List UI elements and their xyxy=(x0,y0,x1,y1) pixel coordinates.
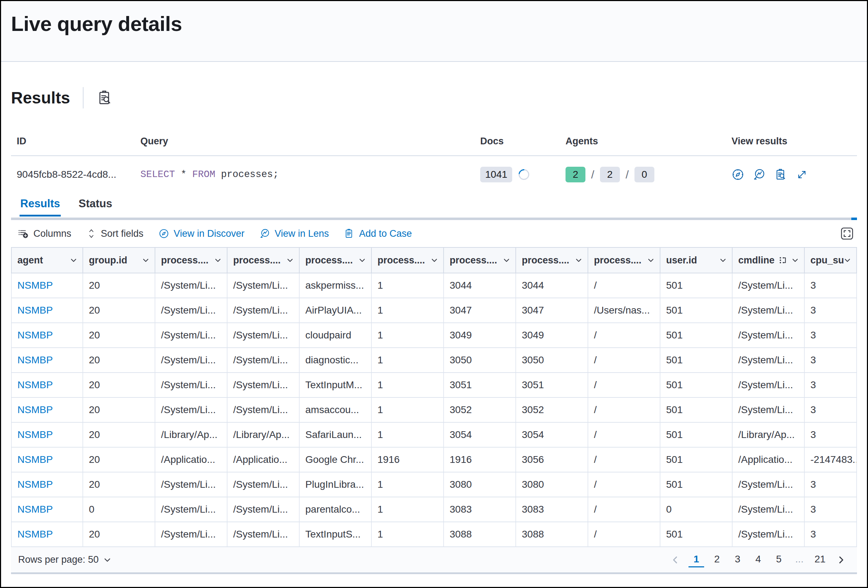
grid-cell[interactable]: 0 xyxy=(83,497,155,522)
agent-link-cell[interactable]: NSMBP xyxy=(11,373,83,397)
grid-cell[interactable]: / xyxy=(588,373,660,397)
grid-cell[interactable]: Google Chr... xyxy=(300,448,372,472)
grid-cell[interactable]: 1 xyxy=(372,473,444,496)
view-in-lens-icon[interactable] xyxy=(753,168,766,181)
grid-cell[interactable]: 3044 xyxy=(444,273,516,298)
grid-cell[interactable]: 3 xyxy=(805,522,857,547)
grid-cell[interactable]: /System/Li... xyxy=(155,348,227,372)
column-header[interactable]: agent xyxy=(11,248,83,273)
chevron-down-icon[interactable] xyxy=(575,256,583,264)
column-header[interactable]: process.... xyxy=(155,248,227,273)
grid-cell[interactable]: 1 xyxy=(372,273,444,298)
grid-cell[interactable]: 3049 xyxy=(516,323,588,347)
chevron-down-icon[interactable] xyxy=(142,256,150,264)
grid-cell[interactable]: / xyxy=(588,398,660,422)
add-to-case-button[interactable]: Add to Case xyxy=(344,228,412,239)
grid-cell[interactable]: 501 xyxy=(660,423,732,447)
open-results-icon[interactable] xyxy=(796,168,808,181)
grid-cell[interactable]: 3080 xyxy=(516,473,588,496)
grid-cell[interactable]: / xyxy=(588,473,660,496)
grid-cell[interactable]: 3080 xyxy=(444,473,516,496)
grid-cell[interactable]: 3056 xyxy=(516,448,588,472)
grid-cell[interactable]: /System/Li... xyxy=(227,348,300,372)
grid-cell[interactable]: /System/Li... xyxy=(732,323,805,347)
columns-button[interactable]: Columns xyxy=(18,228,71,239)
grid-cell[interactable]: / xyxy=(588,448,660,472)
grid-cell[interactable]: /System/Li... xyxy=(155,398,227,422)
grid-cell[interactable]: / xyxy=(588,522,660,547)
fullscreen-button[interactable] xyxy=(840,226,854,241)
grid-cell[interactable]: 3050 xyxy=(516,348,588,372)
grid-cell[interactable]: 501 xyxy=(660,273,732,298)
grid-cell[interactable]: 1 xyxy=(372,398,444,422)
grid-cell[interactable]: 1 xyxy=(372,497,444,522)
grid-cell[interactable]: 3047 xyxy=(516,298,588,322)
agent-link-cell[interactable]: NSMBP xyxy=(11,497,83,522)
grid-cell[interactable]: 501 xyxy=(660,348,732,372)
grid-cell[interactable]: /System/Li... xyxy=(227,398,300,422)
column-header[interactable]: cmdline xyxy=(732,248,805,273)
grid-cell[interactable]: 3 xyxy=(805,323,857,347)
grid-cell[interactable]: 501 xyxy=(660,298,732,322)
grid-cell[interactable]: /System/Li... xyxy=(155,373,227,397)
grid-cell[interactable]: /Library/Ap... xyxy=(227,423,300,447)
grid-cell[interactable]: 1916 xyxy=(444,448,516,472)
column-header[interactable]: process.... xyxy=(588,248,660,273)
grid-cell[interactable]: /System/Li... xyxy=(227,522,300,547)
grid-cell[interactable]: /System/Li... xyxy=(227,273,300,298)
grid-cell[interactable]: 3054 xyxy=(516,423,588,447)
grid-cell[interactable]: /System/Li... xyxy=(155,497,227,522)
chevron-down-icon[interactable] xyxy=(843,256,851,264)
grid-cell[interactable]: diagnostic... xyxy=(300,348,372,372)
agent-link-cell[interactable]: NSMBP xyxy=(11,522,83,547)
agent-link-cell[interactable]: NSMBP xyxy=(11,323,83,347)
page-number[interactable]: 2 xyxy=(709,552,725,567)
grid-cell[interactable]: /Applicatio... xyxy=(155,448,227,472)
grid-cell[interactable]: 20 xyxy=(83,398,155,422)
grid-cell[interactable]: 3083 xyxy=(444,497,516,522)
grid-cell[interactable]: / xyxy=(588,423,660,447)
tab-status[interactable]: Status xyxy=(78,195,113,217)
grid-cell[interactable]: 3 xyxy=(805,348,857,372)
grid-cell[interactable]: /System/Li... xyxy=(732,473,805,496)
grid-cell[interactable]: / xyxy=(588,273,660,298)
grid-cell[interactable]: / xyxy=(588,497,660,522)
grid-cell[interactable]: 3083 xyxy=(516,497,588,522)
column-header[interactable]: process.... xyxy=(300,248,372,273)
view-in-discover-button[interactable]: View in Discover xyxy=(158,228,245,239)
grid-cell[interactable]: /System/Li... xyxy=(732,522,805,547)
grid-cell[interactable]: /System/Li... xyxy=(227,323,300,347)
grid-cell[interactable]: /System/Li... xyxy=(227,497,300,522)
agent-link-cell[interactable]: NSMBP xyxy=(11,448,83,472)
agent-link-cell[interactable]: NSMBP xyxy=(11,273,83,298)
chevron-down-icon[interactable] xyxy=(214,256,222,264)
grid-cell[interactable]: 501 xyxy=(660,323,732,347)
column-header[interactable]: process.... xyxy=(516,248,588,273)
column-header[interactable]: group.id xyxy=(83,248,155,273)
grid-cell[interactable]: /System/Li... xyxy=(227,298,300,322)
grid-cell[interactable]: 3044 xyxy=(516,273,588,298)
grid-cell[interactable]: /Users/nas... xyxy=(588,298,660,322)
grid-cell[interactable]: askpermiss... xyxy=(300,273,372,298)
page-next-button[interactable] xyxy=(833,555,849,564)
grid-cell[interactable]: 20 xyxy=(83,323,155,347)
grid-cell[interactable]: 3049 xyxy=(444,323,516,347)
grid-cell[interactable]: 20 xyxy=(83,522,155,547)
grid-cell[interactable]: /System/Li... xyxy=(732,298,805,322)
grid-cell[interactable]: /System/Li... xyxy=(732,497,805,522)
column-header[interactable]: cpu_sub... xyxy=(805,248,857,273)
agent-link-cell[interactable]: NSMBP xyxy=(11,398,83,422)
grid-cell[interactable]: 1 xyxy=(372,298,444,322)
grid-cell[interactable]: /System/Li... xyxy=(155,273,227,298)
view-in-discover-icon[interactable] xyxy=(732,168,744,181)
grid-cell[interactable]: parentalco... xyxy=(300,497,372,522)
grid-cell[interactable]: 20 xyxy=(83,373,155,397)
page-number[interactable]: 21 xyxy=(812,552,828,567)
grid-cell[interactable]: 0 xyxy=(660,497,732,522)
grid-cell[interactable]: -2147483... xyxy=(805,448,857,472)
grid-cell[interactable]: 20 xyxy=(83,348,155,372)
agent-link-cell[interactable]: NSMBP xyxy=(11,348,83,372)
grid-cell[interactable]: cloudpaird xyxy=(300,323,372,347)
grid-cell[interactable]: 3052 xyxy=(516,398,588,422)
page-number[interactable]: 4 xyxy=(750,552,766,567)
